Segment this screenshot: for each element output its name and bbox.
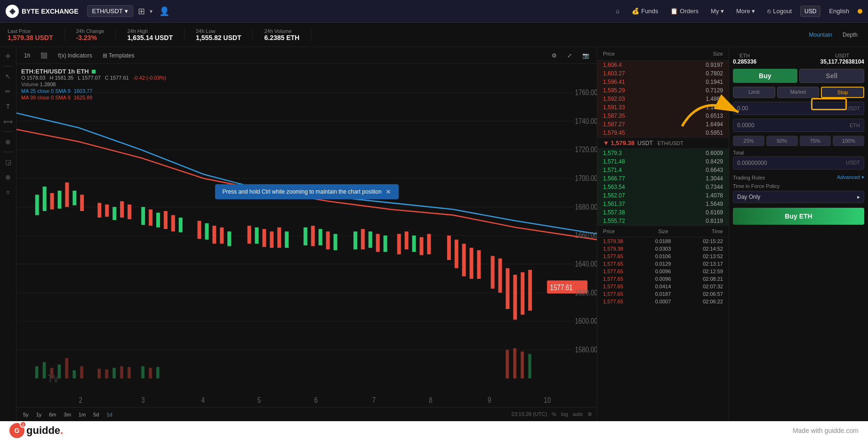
svg-text:2: 2 xyxy=(79,396,82,405)
live-dot xyxy=(92,70,96,73)
sell-order-row[interactable]: 1,592.03 1.4867 xyxy=(597,95,729,103)
svg-text:1680.00: 1680.00 xyxy=(575,202,597,211)
price-input[interactable]: 0.00 USDT xyxy=(733,102,864,115)
pct-75-button[interactable]: 75% xyxy=(800,136,831,146)
cursor-tool[interactable]: ↖ xyxy=(4,71,12,81)
ticker-bar: Last Price 1,579.38 USDT 24h Change -3.2… xyxy=(0,23,868,47)
1y-button[interactable]: 1y xyxy=(34,411,44,418)
total-input[interactable]: 0.00000000 USDT xyxy=(733,156,864,170)
stop-order-tab[interactable]: Stop xyxy=(821,87,864,98)
mountain-chart-btn[interactable]: Mountain xyxy=(806,31,835,39)
trade-size: 0.0129 xyxy=(655,261,671,267)
home-button[interactable]: ⌂ xyxy=(612,6,623,16)
trade-time: 02:14:52 xyxy=(703,246,723,252)
3m-button[interactable]: 3m xyxy=(62,411,73,418)
1h-button[interactable]: 1h xyxy=(21,51,33,60)
buy-price: 1,579.3 xyxy=(603,150,622,156)
sell-order-row[interactable]: 1,606.4 0.9197 xyxy=(597,61,729,69)
my-dropdown-button[interactable]: My ▾ xyxy=(707,6,728,16)
pct-toggle[interactable]: % xyxy=(552,411,556,417)
buy-price: 1,571.48 xyxy=(603,158,625,165)
svg-text:TV: TV xyxy=(48,372,59,385)
expand-button[interactable]: ⤢ xyxy=(564,51,575,60)
sell-order-row[interactable]: 1,595.29 0.7129 xyxy=(597,86,729,95)
1m-button[interactable]: 1m xyxy=(77,411,88,418)
screenshot-button[interactable]: 📷 xyxy=(579,51,592,60)
candle-type-button[interactable]: ⬛ xyxy=(38,51,50,60)
more-dropdown-button[interactable]: More ▾ xyxy=(732,6,759,16)
1d-button[interactable]: 1d xyxy=(104,411,114,418)
buy-order-row[interactable]: 1,563.54 0.7344 xyxy=(597,183,729,191)
svg-rect-53 xyxy=(419,237,423,255)
chart-tools-panel: ✛ ↖ ✏ T ⟺ ⊕ ◲ ⊗ ⌗ xyxy=(0,47,16,421)
settings-button[interactable]: ⚙ xyxy=(549,51,560,60)
zoom-tool[interactable]: ⊕ xyxy=(4,137,12,147)
5y-button[interactable]: 5y xyxy=(21,411,31,418)
sell-order-row[interactable]: 1,603.27 0.7802 xyxy=(597,69,729,78)
eye-tool[interactable]: ⊗ xyxy=(4,172,12,182)
funds-button[interactable]: 💰 Funds xyxy=(628,6,662,16)
tooltip-close-button[interactable]: ✕ xyxy=(386,188,391,196)
open-value: O 1578.03 xyxy=(21,75,45,81)
svg-rect-65 xyxy=(528,270,532,311)
brush-tool[interactable]: ⌗ xyxy=(5,187,11,198)
tif-selector[interactable]: Day Only ▸ xyxy=(733,191,864,203)
chevron-down-icon[interactable]: ▾ xyxy=(150,8,153,15)
text-tool[interactable]: T xyxy=(5,101,12,112)
sell-price: 1,595.29 xyxy=(603,87,625,94)
buy-order-row[interactable]: 1,561.37 1.5649 xyxy=(597,200,729,208)
sell-order-row[interactable]: 1,587.27 1.6494 xyxy=(597,120,729,129)
depth-chart-btn[interactable]: Depth xyxy=(840,31,860,39)
last-price-ticker: Last Price 1,579.38 USDT xyxy=(8,28,65,41)
sell-price: 1,579.45 xyxy=(603,130,625,136)
pct-100-button[interactable]: 100% xyxy=(833,136,864,146)
buy-order-row[interactable]: 1,571.48 0.8429 xyxy=(597,157,729,166)
chart-ma-info: Volume 1.2808 xyxy=(21,81,169,87)
templates-button[interactable]: ⊞ Templates xyxy=(100,51,137,60)
market-order-tab[interactable]: Market xyxy=(777,87,820,98)
svg-text:10: 10 xyxy=(544,396,551,405)
crosshair-tool[interactable]: ✛ xyxy=(4,51,12,61)
settings-cog-icon[interactable]: ⚙ xyxy=(587,411,592,417)
pct-50-button[interactable]: 50% xyxy=(766,136,798,146)
buy-order-row[interactable]: 1,555.72 0.8119 xyxy=(597,217,729,225)
sell-order-row[interactable]: 1,596.41 0.1941 xyxy=(597,78,729,86)
log-toggle[interactable]: log xyxy=(561,411,568,417)
user-icon[interactable]: 👤 xyxy=(159,6,169,16)
currency-selector[interactable]: USD xyxy=(800,6,820,17)
sell-order-row[interactable]: 1,579.45 0.5951 xyxy=(597,129,729,137)
size-input[interactable]: 0.0000 ETH xyxy=(733,119,864,132)
buy-order-row[interactable]: 1,566.77 1.3044 xyxy=(597,174,729,183)
auto-toggle[interactable]: auto xyxy=(573,411,583,417)
pen-tool[interactable]: ✏ xyxy=(4,86,12,97)
sell-order-row[interactable]: 1,587.35 0.6513 xyxy=(597,112,729,120)
close-value: C 1577.61 xyxy=(105,75,129,81)
grid-icon[interactable]: ⊞ xyxy=(138,6,145,16)
sell-order-row[interactable]: 1,591.33 1.1411 xyxy=(597,103,729,112)
pct-25-button[interactable]: 25% xyxy=(733,136,764,146)
buy-tab[interactable]: Buy xyxy=(733,69,797,83)
low-value: L 1577.07 xyxy=(78,75,101,81)
limit-order-tab[interactable]: Limit xyxy=(733,87,775,98)
logout-button[interactable]: ⎋ Logout xyxy=(764,6,796,16)
shape-tool[interactable]: ◲ xyxy=(4,157,13,167)
6m-button[interactable]: 6m xyxy=(47,411,58,418)
eth-balance: ETH 0.285336 xyxy=(733,53,756,65)
orders-button[interactable]: 📋 Orders xyxy=(667,6,702,16)
advanced-toggle[interactable]: Advanced ▾ xyxy=(837,174,864,180)
svg-rect-58 xyxy=(470,248,474,279)
trade-size: 0.0187 xyxy=(655,291,671,297)
buy-order-row[interactable]: 1,562.07 1.4078 xyxy=(597,191,729,200)
buy-order-row[interactable]: 1,557.38 0.6169 xyxy=(597,208,729,217)
5d-button[interactable]: 5d xyxy=(91,411,101,418)
measure-tool[interactable]: ⟺ xyxy=(2,116,14,127)
sell-tab[interactable]: Sell xyxy=(799,69,865,83)
trade-form-panel: ETH 0.285336 USDT 35,117.72638104 Buy Se… xyxy=(729,47,868,421)
language-selector[interactable]: English xyxy=(825,6,853,16)
buy-order-row[interactable]: 1,579.3 0.6009 xyxy=(597,149,729,157)
buy-eth-button[interactable]: Buy ETH xyxy=(733,208,864,225)
trade-row: 1,577.650.018702:06:57 xyxy=(597,290,729,298)
pair-selector[interactable]: ETH/USDT ▾ xyxy=(87,5,133,17)
indicators-button[interactable]: f(x) Indicators xyxy=(55,51,95,60)
buy-order-row[interactable]: 1,571.4 0.6643 xyxy=(597,166,729,174)
